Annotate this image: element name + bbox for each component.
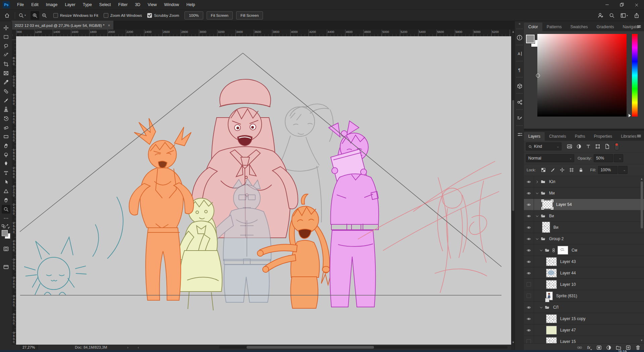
menu-select[interactable]: Select	[96, 0, 115, 9]
layer-row[interactable]: Layer 44	[524, 267, 644, 279]
layer-row[interactable]: Ви	[524, 222, 644, 233]
tool-brush[interactable]	[2, 96, 10, 105]
delete-layer-button[interactable]	[635, 345, 641, 350]
scroll-down-icon[interactable]: ▼	[512, 341, 515, 344]
info-panel-icon[interactable]	[515, 33, 524, 43]
close-button[interactable]	[629, 0, 644, 9]
checkbox-zoom-all-windows[interactable]: Zoom All Windows	[104, 13, 142, 18]
link-layers-button[interactable]	[577, 345, 582, 350]
tool-stamp[interactable]	[2, 105, 10, 114]
tool-crop[interactable]	[2, 60, 10, 69]
share-icon[interactable]	[634, 13, 639, 18]
hue-slider-arrow-icon[interactable]	[629, 114, 631, 117]
filter-type-layers-icon[interactable]	[584, 143, 592, 150]
panel-tab-layers[interactable]: Layers	[524, 132, 545, 141]
tool-smudge[interactable]	[2, 141, 10, 150]
tool-history[interactable]	[2, 114, 10, 123]
fill-screen-button[interactable]: Fill Screen	[236, 11, 263, 19]
layer-row[interactable]: Layer 15	[524, 336, 644, 343]
tool-frame[interactable]	[2, 69, 10, 78]
chevron-right-icon[interactable]	[535, 179, 539, 184]
menu-layer[interactable]: Layer	[61, 0, 79, 9]
canvas-horizontal-scrollbar[interactable]	[219, 346, 507, 349]
group-row[interactable]: СЛ	[524, 302, 644, 313]
tool-marquee[interactable]	[2, 33, 10, 41]
search-icon[interactable]	[609, 13, 614, 18]
scroll-up-icon[interactable]: ▲	[512, 30, 515, 33]
visibility-toggle[interactable]	[524, 210, 534, 221]
scroll-down-icon[interactable]: ▼	[640, 339, 643, 342]
new-group-button[interactable]	[616, 345, 621, 350]
screen-mode-button[interactable]	[2, 263, 10, 271]
tool-pathselect[interactable]	[2, 178, 10, 186]
zoom-100-button[interactable]: 100%	[184, 11, 203, 19]
layer-thumbnail[interactable]	[546, 326, 557, 335]
layer-row[interactable]: Layer 43	[524, 256, 644, 267]
tool-gradient[interactable]	[2, 132, 10, 141]
visibility-toggle[interactable]	[524, 279, 534, 290]
tool-pen[interactable]	[2, 160, 10, 168]
chevron-down-icon[interactable]	[539, 248, 543, 253]
visibility-toggle[interactable]	[524, 336, 534, 343]
panel-menu-icon[interactable]	[637, 24, 641, 29]
chevron-down-icon[interactable]	[535, 191, 539, 195]
chevron-down-icon[interactable]	[535, 236, 539, 241]
group-row[interactable]: Ви	[524, 210, 644, 222]
layer-row[interactable]: Layer 15 copy	[524, 313, 644, 324]
document-canvas[interactable]	[16, 36, 511, 345]
swap-colors-icon[interactable]	[6, 224, 10, 229]
layer-thumbnail[interactable]	[542, 200, 553, 209]
tool-eyedropper[interactable]	[2, 78, 10, 87]
layer-mask-button[interactable]	[596, 345, 602, 350]
group-row[interactable]: Юл	[524, 176, 644, 187]
filter-pixel-layers-icon[interactable]	[566, 143, 574, 150]
fit-screen-button[interactable]: Fit Screen	[207, 11, 233, 19]
checkbox-resize-windows-to-fit[interactable]: Resize Windows to Fit	[53, 13, 98, 18]
visibility-toggle[interactable]	[524, 233, 534, 244]
restore-button[interactable]	[614, 0, 629, 9]
character-panel-icon[interactable]: A	[515, 49, 524, 59]
workspace-icon[interactable]: ▾	[621, 13, 628, 18]
color-cursor[interactable]	[536, 74, 540, 78]
group-row[interactable]: См	[524, 245, 644, 256]
tool-dodge[interactable]	[2, 150, 10, 159]
opacity-scrubber[interactable]: ⌄	[614, 154, 623, 162]
paragraph-panel-icon[interactable]: ¶	[515, 65, 524, 75]
layer-thumbnail[interactable]	[546, 314, 557, 323]
visibility-toggle[interactable]	[524, 199, 534, 210]
visibility-toggle[interactable]	[524, 187, 534, 199]
panel-tab-gradients[interactable]: Gradients	[592, 23, 618, 31]
horizontal-scroll-thumb[interactable]	[247, 346, 374, 349]
filter-smart-objects-icon[interactable]	[603, 143, 611, 150]
filter-shape-layers-icon[interactable]	[594, 143, 602, 150]
menu-edit[interactable]: Edit	[28, 0, 42, 9]
layer-thumbnail[interactable]	[546, 337, 557, 344]
panel-tab-patterns[interactable]: Patterns	[542, 23, 566, 31]
visibility-toggle[interactable]	[524, 313, 534, 324]
opacity-field[interactable]: 50%	[594, 154, 613, 162]
visibility-toggle[interactable]	[524, 302, 534, 313]
layer-row[interactable]: Layer 47	[524, 324, 644, 336]
layer-thumbnail[interactable]	[542, 222, 550, 233]
menu-file[interactable]: File	[13, 0, 28, 9]
lock-paint-icon[interactable]	[549, 167, 557, 173]
lock-move-icon[interactable]	[558, 167, 566, 173]
zoom-level-field[interactable]: 27,27%	[20, 345, 38, 350]
panel-tab-swatches[interactable]: Swatches	[566, 23, 592, 31]
lock-transparency-icon[interactable]	[539, 167, 547, 173]
close-tab-icon[interactable]: ×	[108, 23, 110, 28]
zoom-tool-indicator[interactable]: ▾	[18, 11, 26, 20]
scroll-left-icon[interactable]: ‹	[138, 346, 139, 349]
panel-tab-properties[interactable]: Properties	[589, 132, 616, 141]
layer-thumbnail[interactable]	[546, 292, 553, 300]
filter-adjustment-layers-icon[interactable]	[575, 143, 583, 150]
layer-thumbnail[interactable]	[546, 257, 557, 266]
saturation-brightness-field[interactable]	[537, 34, 627, 117]
brushsettings-panel-icon[interactable]	[515, 113, 524, 123]
mask-thumbnail[interactable]	[557, 246, 568, 255]
layer-thumbnail[interactable]	[546, 269, 557, 277]
tool-eraser[interactable]	[2, 123, 10, 132]
vertical-scroll-thumb[interactable]	[512, 100, 514, 211]
cube-panel-icon[interactable]	[515, 81, 524, 91]
visibility-toggle[interactable]	[524, 245, 534, 256]
